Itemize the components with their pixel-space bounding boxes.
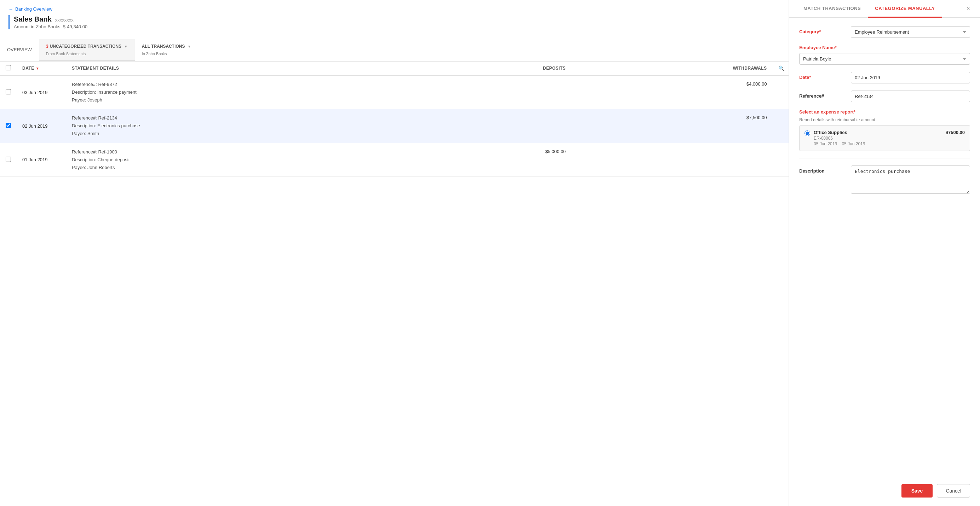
row-date: 01 Jun 2019 bbox=[17, 143, 66, 176]
expense-report-label: Select an expense report* bbox=[799, 109, 970, 114]
all-transactions-label: ALL TRANSACTIONS ▼ bbox=[142, 43, 191, 49]
description-textarea[interactable]: Electronics purchase bbox=[851, 165, 970, 194]
left-panel: ← Banking Overview Sales Bank xxxxxxxx A… bbox=[0, 0, 789, 506]
back-link[interactable]: ← Banking Overview bbox=[0, 0, 789, 15]
row-details: Reference#: Ref-9872Description: Insuran… bbox=[66, 75, 420, 109]
tab-categorize-manually[interactable]: CATEGORIZE MANUALLY bbox=[868, 0, 942, 18]
expense-report-section: Select an expense report* Report details… bbox=[799, 109, 970, 151]
detail-line: Payee: Joseph bbox=[72, 96, 414, 104]
report-amount: $7500.00 bbox=[946, 130, 965, 135]
table-row[interactable]: 02 Jun 2019Reference#: Ref-2134Descripti… bbox=[0, 109, 789, 143]
detail-line: Reference#: Ref-1900 bbox=[72, 148, 414, 156]
expense-report-item[interactable]: Office Supplies ER-00006 05 Jun 2019 05 … bbox=[799, 125, 970, 151]
reference-row: Reference# bbox=[799, 90, 970, 102]
right-panel: MATCH TRANSACTIONS CATEGORIZE MANUALLY ×… bbox=[789, 0, 980, 506]
tab-overview[interactable]: OVERVIEW bbox=[0, 39, 39, 61]
detail-line: Payee: Smith bbox=[72, 130, 414, 138]
employee-name-label: Employee Name* bbox=[799, 45, 970, 50]
category-label: Category* bbox=[799, 26, 845, 34]
description-control: Electronics purchase bbox=[851, 165, 970, 195]
category-row: Category* Employee Reimbursement Office … bbox=[799, 26, 970, 38]
detail-line: Description: Electronics purchase bbox=[72, 122, 414, 130]
row-actions bbox=[773, 143, 789, 176]
row-withdrawals: $4,000.00 bbox=[571, 75, 772, 109]
select-all-checkbox[interactable] bbox=[6, 65, 11, 70]
reference-control bbox=[851, 90, 970, 102]
th-deposits: DEPOSITS bbox=[420, 62, 571, 75]
employee-name-select[interactable]: Patricia Boyle John Roberts Smith bbox=[799, 53, 970, 65]
report-name: Office Supplies bbox=[814, 130, 942, 135]
row-checkbox[interactable] bbox=[6, 89, 11, 94]
detail-line: Reference#: Ref-9872 bbox=[72, 81, 414, 89]
detail-line: Payee: John Roberts bbox=[72, 164, 414, 171]
transactions-table: DATE ▼ STATEMENT DETAILS DEPOSITS WITHDR… bbox=[0, 62, 789, 177]
th-search[interactable]: 🔍 bbox=[773, 62, 789, 75]
row-deposits bbox=[420, 109, 571, 143]
row-deposits: $5,000.00 bbox=[420, 143, 571, 176]
employee-name-section: Employee Name* Patricia Boyle John Rober… bbox=[799, 45, 970, 65]
date-row: Date* bbox=[799, 72, 970, 84]
table-row[interactable]: 03 Jun 2019Reference#: Ref-9872Descripti… bbox=[0, 75, 789, 109]
date-label: Date* bbox=[799, 72, 845, 80]
expense-report-radio[interactable] bbox=[805, 130, 810, 136]
detail-line: Description: Insurance payment bbox=[72, 89, 414, 96]
reference-input[interactable] bbox=[851, 90, 970, 102]
row-checkbox[interactable] bbox=[6, 157, 11, 162]
th-statement-details: STATEMENT DETAILS bbox=[66, 62, 420, 75]
row-checkbox-cell bbox=[0, 75, 17, 109]
tab-all-transactions[interactable]: ALL TRANSACTIONS ▼ In Zoho Books bbox=[135, 39, 198, 61]
uncategorized-count-label: 3 UNCATEGORIZED TRANSACTIONS ▼ bbox=[46, 43, 128, 49]
row-checkbox[interactable] bbox=[6, 123, 11, 128]
tabs-bar: OVERVIEW 3 UNCATEGORIZED TRANSACTIONS ▼ … bbox=[0, 39, 789, 62]
reference-label: Reference# bbox=[799, 90, 845, 99]
date-input[interactable] bbox=[851, 72, 970, 84]
all-transactions-sublabel: In Zoho Books bbox=[142, 52, 167, 56]
report-section-sublabel: Report details with reimbursable amount bbox=[799, 117, 970, 122]
close-button[interactable]: × bbox=[963, 3, 973, 14]
row-details: Reference#: Ref-1900Description: Cheque … bbox=[66, 143, 420, 176]
category-control: Employee Reimbursement Office Expenses T… bbox=[851, 26, 970, 38]
row-deposits bbox=[420, 75, 571, 109]
table-row[interactable]: 01 Jun 2019Reference#: Ref-1900Descripti… bbox=[0, 143, 789, 176]
row-withdrawals: $7,500.00 bbox=[571, 109, 772, 143]
row-checkbox-cell bbox=[0, 143, 17, 176]
row-date: 03 Jun 2019 bbox=[17, 75, 66, 109]
report-dates: 05 Jun 2019 05 Jun 2019 bbox=[814, 141, 942, 146]
row-actions bbox=[773, 75, 789, 109]
row-withdrawals bbox=[571, 143, 772, 176]
action-buttons: Save Cancel bbox=[789, 478, 980, 506]
bank-amount: Amount in Zoho Books $-49,340.00 bbox=[14, 24, 780, 29]
save-button[interactable]: Save bbox=[902, 484, 933, 498]
panel-body: Category* Employee Reimbursement Office … bbox=[789, 18, 980, 478]
search-icon[interactable]: 🔍 bbox=[778, 65, 784, 71]
row-details: Reference#: Ref-2134Description: Electro… bbox=[66, 109, 420, 143]
report-info: Office Supplies ER-00006 05 Jun 2019 05 … bbox=[814, 130, 942, 146]
description-label: Description bbox=[799, 165, 845, 174]
uncategorized-sublabel: From Bank Statements bbox=[46, 52, 86, 56]
cancel-button[interactable]: Cancel bbox=[937, 484, 970, 498]
row-actions bbox=[773, 109, 789, 143]
detail-line: Description: Cheque deposit bbox=[72, 156, 414, 164]
divider bbox=[799, 158, 970, 159]
back-link-label: Banking Overview bbox=[15, 6, 52, 12]
description-row: Description Electronics purchase bbox=[799, 165, 970, 195]
detail-line: Reference#: Ref-2134 bbox=[72, 114, 414, 122]
tab-uncategorized[interactable]: 3 UNCATEGORIZED TRANSACTIONS ▼ From Bank… bbox=[39, 39, 135, 61]
bank-name: Sales Bank xxxxxxxx bbox=[14, 15, 780, 23]
row-checkbox-cell bbox=[0, 109, 17, 143]
row-date: 02 Jun 2019 bbox=[17, 109, 66, 143]
th-withdrawals: WITHDRAWALS bbox=[571, 62, 772, 75]
report-id: ER-00006 bbox=[814, 136, 942, 141]
th-select-all[interactable] bbox=[0, 62, 17, 75]
transactions-table-container: DATE ▼ STATEMENT DETAILS DEPOSITS WITHDR… bbox=[0, 62, 789, 506]
tab-match-transactions[interactable]: MATCH TRANSACTIONS bbox=[796, 0, 868, 18]
date-control bbox=[851, 72, 970, 84]
back-arrow-icon: ← bbox=[8, 6, 13, 12]
category-select[interactable]: Employee Reimbursement Office Expenses T… bbox=[851, 26, 970, 38]
panel-tabs: MATCH TRANSACTIONS CATEGORIZE MANUALLY × bbox=[789, 0, 980, 18]
th-date[interactable]: DATE ▼ bbox=[17, 62, 66, 75]
sort-arrow-icon: ▼ bbox=[36, 67, 39, 70]
